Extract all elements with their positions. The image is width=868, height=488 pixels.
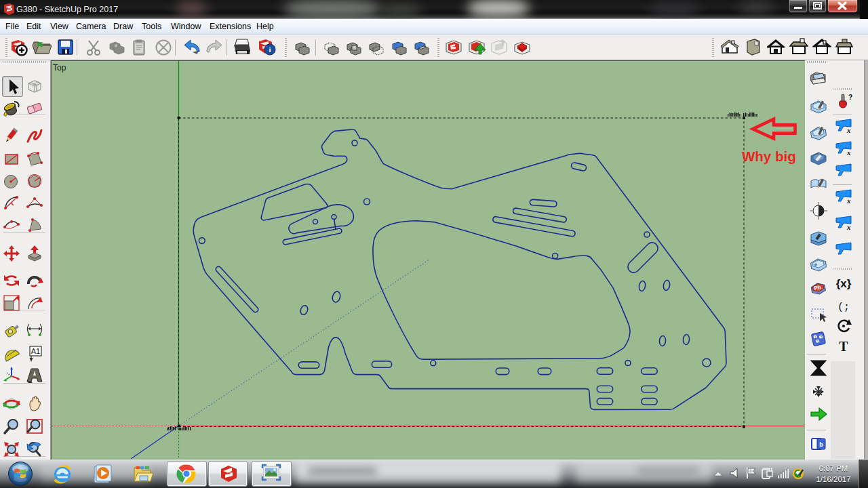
svg-text:T: T [839,339,848,354]
svg-text:b: b [819,441,823,448]
svg-text:i: i [269,45,271,54]
svg-text:{x}: {x} [836,277,852,290]
svg-text:(;: (; [837,302,850,313]
svg-text:Top: Top [53,63,66,73]
svg-text:Pb: Pb [814,284,822,291]
svg-text:x: x [846,126,851,134]
svg-text:x: x [846,197,851,205]
svg-text:x: x [846,223,851,231]
svg-text:A1: A1 [31,347,40,355]
svg-text:x: x [846,148,851,157]
svg-text:Why big: Why big [742,148,796,164]
svg-text:?: ? [848,94,852,101]
